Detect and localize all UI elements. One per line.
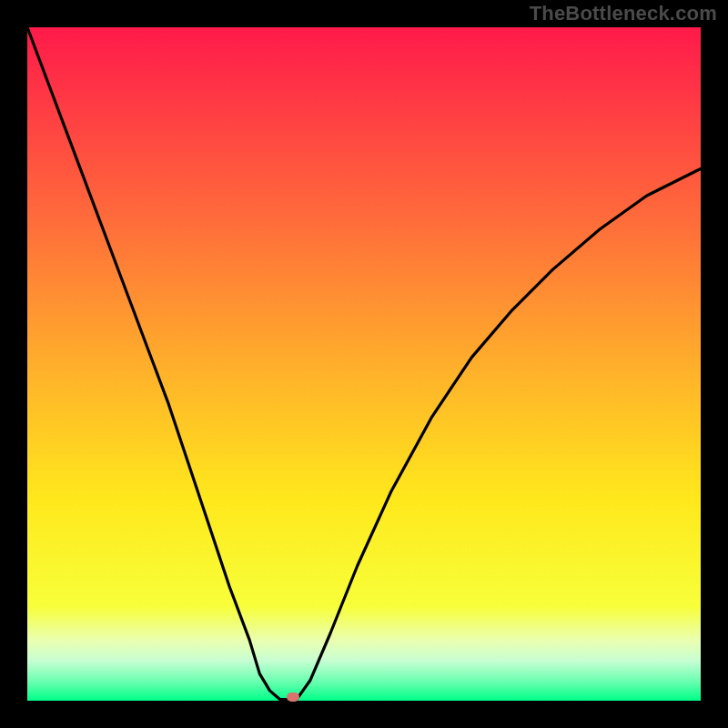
plot-area: [27, 27, 701, 701]
chart-frame: TheBottleneck.com: [0, 0, 728, 728]
bottleneck-curve: [27, 27, 701, 701]
watermark-text: TheBottleneck.com: [530, 2, 717, 25]
minimum-marker: [287, 693, 299, 702]
